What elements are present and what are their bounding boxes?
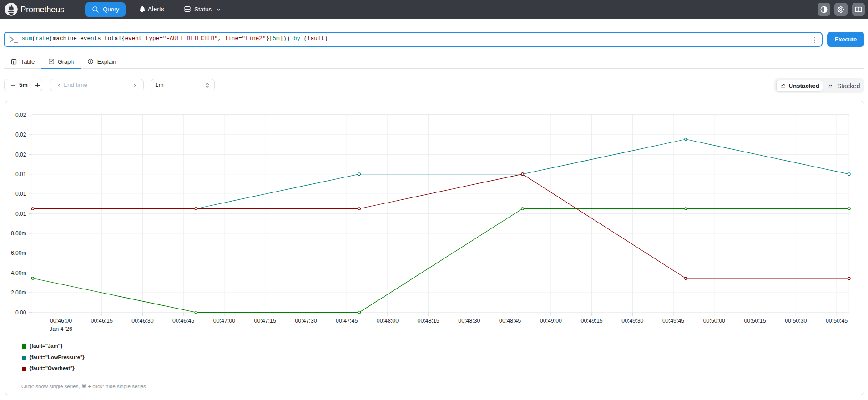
svg-text:0.02: 0.02 — [15, 132, 26, 138]
svg-text:0.01: 0.01 — [15, 211, 26, 217]
svg-text:00:49:15: 00:49:15 — [581, 318, 603, 324]
svg-text:00:48:00: 00:48:00 — [377, 318, 399, 324]
svg-text:00:47:45: 00:47:45 — [336, 318, 358, 324]
svg-text:00:50:30: 00:50:30 — [785, 318, 807, 324]
svg-text:00:47:00: 00:47:00 — [213, 318, 235, 324]
svg-text:00:50:00: 00:50:00 — [703, 318, 725, 324]
svg-text:8.00m: 8.00m — [11, 230, 26, 237]
svg-text:00:49:30: 00:49:30 — [621, 318, 643, 324]
svg-text:4.00m: 4.00m — [11, 270, 26, 276]
svg-text:00:46:15: 00:46:15 — [91, 318, 113, 324]
svg-text:6.00m: 6.00m — [11, 250, 26, 256]
svg-text:00:50:15: 00:50:15 — [744, 318, 766, 324]
svg-text:00:46:45: 00:46:45 — [172, 318, 194, 324]
svg-text:00:48:45: 00:48:45 — [499, 318, 521, 324]
svg-text:00:49:00: 00:49:00 — [540, 318, 562, 324]
svg-text:00:46:30: 00:46:30 — [131, 318, 153, 324]
svg-text:00:49:45: 00:49:45 — [662, 318, 684, 324]
svg-text:00:46:00: 00:46:00 — [50, 318, 72, 324]
svg-text:00:47:30: 00:47:30 — [295, 318, 317, 324]
svg-text:0.02: 0.02 — [15, 112, 26, 118]
svg-text:00:50:45: 00:50:45 — [826, 318, 848, 324]
svg-text:00:48:15: 00:48:15 — [418, 318, 439, 324]
svg-text:0.00: 0.00 — [15, 309, 26, 316]
svg-text:00:48:30: 00:48:30 — [458, 318, 480, 324]
svg-text:00:47:15: 00:47:15 — [254, 318, 276, 324]
svg-text:2.00m: 2.00m — [11, 289, 26, 296]
svg-text:0.01: 0.01 — [15, 171, 26, 177]
svg-text:0.01: 0.01 — [15, 191, 26, 197]
svg-text:0.02: 0.02 — [15, 152, 26, 158]
svg-text:Jan 4 '26: Jan 4 '26 — [50, 326, 72, 332]
